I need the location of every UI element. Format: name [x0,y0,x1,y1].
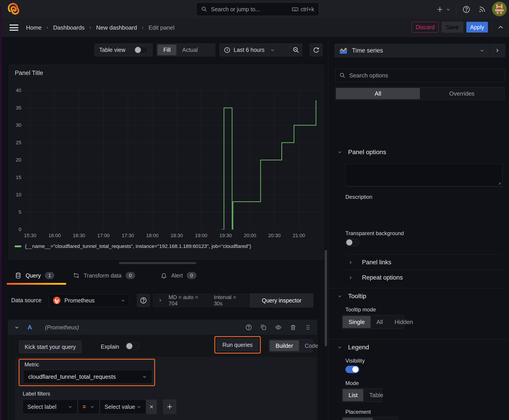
tab-all[interactable]: All [336,88,420,99]
discard-button[interactable]: Discard [412,22,439,32]
time-range-button[interactable]: Last 6 hours [220,44,289,56]
panel-links-section[interactable]: Panel links [348,259,391,266]
query-options-summary[interactable]: MD = auto = 704 Interval = 30s [153,294,251,307]
legend-section-header[interactable]: Legend [337,344,369,351]
visualization-picker[interactable]: Time series [335,44,489,57]
run-queries-button[interactable]: Run queries [217,338,258,351]
delete-query-trash-icon[interactable] [290,324,296,331]
section-divider [328,339,509,339]
fill-option[interactable]: Fill [158,45,176,55]
bell-icon [160,272,167,279]
legend-visibility-toggle[interactable] [345,366,359,373]
user-avatar[interactable] [492,1,507,16]
legend-placement-right[interactable]: Right [373,418,398,420]
explain-toggle[interactable] [125,342,139,350]
select-label-dropdown[interactable]: Select label [23,400,77,414]
add-filter-button[interactable] [163,400,176,414]
legend-mode-table[interactable]: Table [363,389,389,401]
query-builder-body: Metric cloudflared_tunnel_total_requests… [15,357,316,420]
chart-plot[interactable] [24,85,320,230]
query-ref-id: A [28,324,32,331]
tooltip-section-header[interactable]: Tooltip [337,292,366,300]
datasource-help-button[interactable] [137,294,150,307]
grafana-logo-icon[interactable] [6,2,21,16]
metric-select[interactable]: cloudflared_tunnel_total_requests [23,370,152,383]
textarea-resize-handle[interactable] [497,181,501,185]
table-view-toggle[interactable] [134,46,148,54]
run-queries-highlight-box: Run queries [214,336,261,354]
description-label: Description [345,194,372,200]
tab-overrides[interactable]: Overrides [420,88,504,99]
repeat-options-section[interactable]: Repeat options [348,274,403,281]
builder-option[interactable]: Builder [270,340,299,351]
tab-alert[interactable]: Alert 0 [160,272,196,279]
duplicate-query-icon[interactable] [260,324,267,331]
menu-toggle-icon[interactable] [9,24,18,31]
metric-highlight-box: Metric cloudflared_tunnel_total_requests [19,359,155,386]
options-search-field[interactable]: Search options [335,69,505,82]
breadcrumb-separator: › [46,25,48,30]
breadcrumb-new-dashboard[interactable]: New dashboard [96,24,137,31]
global-search-input[interactable]: Search or jump to... ctrl+k [196,2,319,16]
tab-transform-data[interactable]: Transform data 0 [73,272,135,279]
collapse-header-chevron-up-icon[interactable] [495,23,506,31]
transparent-background-toggle[interactable] [345,239,359,246]
select-value-dropdown[interactable]: Select value [100,400,146,414]
collapse-query-chevron-icon[interactable] [14,325,20,330]
tab-query[interactable]: Query 1 [15,272,54,279]
main-scrollbar-thumb[interactable] [325,250,327,346]
tooltip-header-label: Tooltip [348,292,366,300]
operator-dropdown[interactable]: = [78,400,99,414]
refresh-button[interactable] [310,44,322,56]
query-help-icon[interactable] [245,324,252,331]
nav-divider [456,4,456,14]
panel-resize-handle[interactable] [119,262,196,264]
select-value-placeholder: Select value [105,404,135,410]
apply-button[interactable]: Apply [466,22,488,32]
kick-start-query-button[interactable]: Kick start your query [19,341,82,353]
description-textarea[interactable] [345,164,502,186]
edit-panel-main: Table view Fill Actual Last 6 hours [0,37,328,420]
chevron-down-icon [337,150,342,155]
code-option[interactable]: Code [299,340,324,351]
legend-mode-list[interactable]: List [343,389,363,401]
breadcrumb-home[interactable]: Home [26,24,42,31]
section-divider [328,288,509,288]
chevron-down-icon [90,404,95,409]
query-row-actions [245,324,311,331]
breadcrumb-dashboards[interactable]: Dashboards [53,24,85,31]
toggle-viz-picker-button[interactable] [489,44,505,57]
tooltip-mode-hidden[interactable]: Hidden [389,316,419,328]
query-inspector-button[interactable]: Query inspector [250,293,313,307]
new-create-button[interactable] [435,5,445,14]
legend-mode-label: Mode [345,380,359,386]
new-menu-chevron-icon[interactable] [445,5,452,14]
y-axis-tick-label: 40 [9,88,21,93]
drag-query-grip-icon[interactable] [304,324,311,331]
query-row-header[interactable]: A (Prometheus) [8,320,317,335]
y-axis-tick-label: 20 [9,157,21,163]
visibility-label: Visibility [345,358,365,364]
clock-icon [224,47,230,53]
legend-placement-bottom[interactable]: Bottom [343,418,373,420]
series-legend-label[interactable]: {__name__="cloudflared_tunnel_total_requ… [25,243,251,249]
news-feed-icon[interactable] [477,5,487,14]
max-data-points-summary: MD = auto = 704 [168,294,208,307]
x-axis-tick-label: 16:00 [45,233,65,239]
remove-filter-button[interactable] [146,400,157,414]
tooltip-mode-single[interactable]: Single [343,316,371,328]
y-axis-tick-label: 10 [9,192,21,198]
save-button[interactable]: Save [442,22,463,32]
disable-query-eye-icon[interactable] [275,324,282,331]
legend-row[interactable]: {__name__="cloudflared_tunnel_total_requ… [15,243,251,249]
repeat-options-label: Repeat options [362,274,403,281]
zoom-out-time-button[interactable] [289,44,302,56]
chevron-down-icon [337,345,342,350]
tooltip-mode-all[interactable]: All [371,316,389,328]
actual-option[interactable]: Actual [176,45,204,55]
panel-title: Panel Title [15,69,43,76]
builder-code-segmented: Builder Code [269,339,313,352]
panel-options-header[interactable]: Panel options [337,149,386,156]
help-icon[interactable] [461,5,471,14]
datasource-picker[interactable]: Prometheus [49,294,129,307]
